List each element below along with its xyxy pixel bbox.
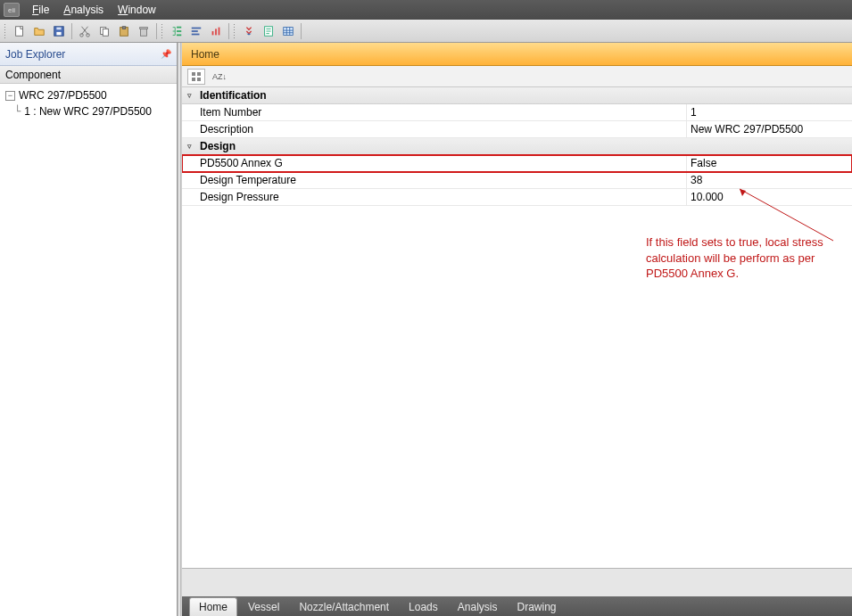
toolbar-grip-icon: [161, 23, 164, 39]
svg-rect-18: [212, 31, 214, 35]
collapse-icon[interactable]: −: [5, 91, 15, 101]
annotation-text: If this field sets to true, local stress…: [646, 234, 851, 282]
property-panel: Home AZ↓ ▿IdentificationItem Number1Desc…: [181, 43, 852, 616]
menu-analysis[interactable]: Analysis: [56, 2, 111, 18]
app-logo-icon: eii: [4, 3, 20, 17]
svg-rect-25: [192, 78, 195, 81]
job-explorer-header: Job Explorer 📌: [0, 43, 177, 66]
svg-rect-10: [141, 29, 147, 36]
propgrid-toolbar: AZ↓: [182, 66, 852, 87]
toolbar-separator: [156, 23, 157, 39]
tree-button[interactable]: [168, 22, 186, 40]
job-explorer-panel: Job Explorer 📌 Component − WRC 297/PD550…: [0, 43, 178, 616]
paste-button[interactable]: [115, 22, 133, 40]
menu-file[interactable]: File: [25, 2, 56, 18]
tree-root-label: WRC 297/PD5500: [19, 89, 107, 102]
chevron-down-icon: ▿: [187, 142, 196, 151]
prop-label: Design Temperature: [182, 172, 687, 188]
svg-rect-19: [215, 29, 217, 35]
svg-rect-2: [56, 31, 61, 35]
component-header[interactable]: Component: [0, 66, 177, 84]
sort-az-button[interactable]: AZ↓: [211, 69, 228, 85]
svg-rect-17: [192, 33, 200, 35]
report-button[interactable]: [260, 22, 277, 40]
pin-icon[interactable]: 📌: [161, 49, 171, 59]
section-title: Design: [200, 140, 236, 152]
svg-rect-16: [192, 30, 198, 32]
toolbar-separator: [71, 23, 72, 39]
bottom-tab-vessel[interactable]: Vessel: [239, 598, 288, 616]
save-button[interactable]: [50, 22, 68, 40]
tab-title: Home: [191, 48, 219, 61]
toolbar: [0, 20, 852, 43]
chart-button[interactable]: [207, 22, 225, 40]
job-explorer-title: Job Explorer: [5, 48, 65, 61]
grid-button[interactable]: [279, 22, 297, 40]
description-pane: [182, 568, 852, 596]
prop-value[interactable]: 10.000: [687, 189, 852, 205]
open-folder-button[interactable]: [30, 22, 48, 40]
svg-rect-9: [122, 26, 126, 29]
propgrid-section-header[interactable]: ▿Identification: [182, 87, 852, 104]
tree-elbow-icon: └: [14, 105, 21, 118]
bottom-tab-nozzle-attachment[interactable]: Nozzle/Attachment: [290, 598, 398, 616]
prop-label: Item Number: [182, 104, 687, 120]
svg-rect-26: [197, 78, 201, 81]
menu-window[interactable]: Window: [111, 2, 163, 18]
tree-root-row[interactable]: − WRC 297/PD5500: [2, 87, 175, 103]
svg-rect-7: [103, 29, 108, 36]
propgrid-row[interactable]: Design Pressure10.000: [182, 189, 852, 206]
align-button[interactable]: [187, 22, 205, 40]
toolbar-grip-icon: [4, 23, 7, 39]
tree-child-row[interactable]: └ 1 : New WRC 297/PD5500: [2, 103, 175, 119]
prop-value[interactable]: False: [687, 155, 852, 171]
prop-value[interactable]: New WRC 297/PD5500: [687, 121, 852, 137]
propgrid-section-header[interactable]: ▿Design: [182, 138, 852, 155]
svg-rect-24: [197, 72, 201, 76]
svg-rect-13: [177, 30, 181, 32]
bottom-tab-home[interactable]: Home: [189, 597, 237, 616]
tree-child-label: 1 : New WRC 297/PD5500: [24, 105, 152, 118]
bottom-tab-drawing[interactable]: Drawing: [508, 598, 565, 616]
propgrid-row[interactable]: PD5500 Annex GFalse: [182, 155, 852, 172]
toolbar-separator: [301, 23, 302, 39]
bottom-tab-loads[interactable]: Loads: [400, 598, 447, 616]
propgrid-row[interactable]: Design Temperature38: [182, 172, 852, 189]
property-grid: ▿IdentificationItem Number1DescriptionNe…: [182, 87, 852, 568]
menu-bar: eii File Analysis Window: [0, 0, 852, 20]
prop-label: PD5500 Annex G: [182, 155, 687, 171]
copy-button[interactable]: [95, 22, 113, 40]
section-title: Identification: [200, 89, 267, 102]
prop-value[interactable]: 38: [687, 172, 852, 188]
prop-value[interactable]: 1: [687, 104, 852, 120]
component-header-label: Component: [5, 69, 61, 81]
svg-rect-23: [192, 72, 195, 76]
toolbar-separator: [228, 23, 229, 39]
chevron-down-icon: ▿: [187, 91, 196, 100]
cut-button[interactable]: [76, 22, 94, 40]
svg-rect-3: [56, 27, 61, 29]
delete-button[interactable]: [135, 22, 153, 40]
svg-rect-15: [192, 27, 202, 29]
svg-rect-11: [140, 27, 148, 29]
propgrid-row[interactable]: Item Number1: [182, 104, 852, 121]
svg-rect-12: [177, 26, 181, 28]
categorize-button[interactable]: [187, 69, 205, 85]
prop-label: Description: [182, 121, 687, 137]
svg-rect-0: [16, 26, 23, 36]
bottom-tabstrip: HomeVesselNozzle/AttachmentLoadsAnalysis…: [182, 596, 852, 616]
propgrid-row[interactable]: DescriptionNew WRC 297/PD5500: [182, 121, 852, 138]
new-doc-button[interactable]: [11, 22, 29, 40]
bottom-tab-analysis[interactable]: Analysis: [449, 598, 507, 616]
svg-rect-20: [219, 27, 220, 35]
tab-header: Home: [182, 43, 852, 66]
svg-rect-14: [177, 34, 181, 36]
run-button[interactable]: [240, 22, 258, 40]
prop-label: Design Pressure: [182, 189, 687, 205]
component-tree: − WRC 297/PD5500 └ 1 : New WRC 297/PD550…: [0, 84, 177, 616]
toolbar-grip-icon: [233, 23, 236, 39]
svg-rect-22: [284, 27, 294, 35]
